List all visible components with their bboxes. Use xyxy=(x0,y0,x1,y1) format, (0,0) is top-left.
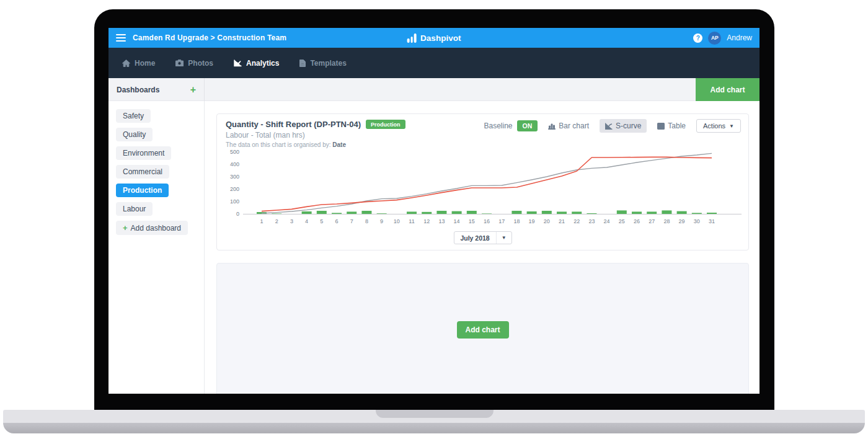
svg-text:25: 25 xyxy=(619,218,625,224)
laptop-base-bottom xyxy=(3,423,865,433)
s-curve-icon xyxy=(605,123,613,130)
svg-text:29: 29 xyxy=(679,218,685,224)
svg-text:100: 100 xyxy=(230,198,239,205)
help-icon[interactable]: ? xyxy=(693,33,702,43)
sidebar-header: Dashboards + xyxy=(108,78,205,101)
svg-text:28: 28 xyxy=(663,218,670,224)
svg-text:300: 300 xyxy=(230,174,239,180)
hamburger-menu-icon[interactable] xyxy=(116,34,126,42)
s-curve-chart: 0100200300400500123456789101112131415161… xyxy=(221,148,745,229)
svg-text:31: 31 xyxy=(709,218,715,224)
table-view-button[interactable]: Table xyxy=(655,119,688,133)
dashboards-sidebar: Safety Quality Environment Commercial Pr… xyxy=(108,101,205,394)
camera-icon xyxy=(175,60,184,66)
plus-icon: + xyxy=(123,223,128,232)
sidebar-item-production[interactable]: Production xyxy=(116,184,169,197)
sidebar-item-safety[interactable]: Safety xyxy=(116,109,151,123)
svg-text:18: 18 xyxy=(513,218,520,224)
svg-text:8: 8 xyxy=(365,218,368,224)
tab-templates[interactable]: Templates xyxy=(299,59,346,68)
topbar-right: ? AP Andrew xyxy=(693,32,752,45)
svg-text:3: 3 xyxy=(290,218,293,224)
laptop-mockup: Camden Rd Upgrade > Construction Team Da… xyxy=(0,0,868,434)
svg-text:12: 12 xyxy=(423,218,430,224)
status-badge: Production xyxy=(366,120,405,129)
brand-name: Dashpivot xyxy=(420,33,461,43)
period-caret-box: ▼ xyxy=(496,232,512,244)
sidebar-title: Dashboards xyxy=(117,86,159,94)
s-curve-view-button[interactable]: S-curve xyxy=(600,119,647,133)
svg-text:17: 17 xyxy=(498,218,505,224)
add-dashboard-plus-icon[interactable]: + xyxy=(190,85,196,95)
period-label: July 2018 xyxy=(454,234,495,242)
organised-by-value: Date xyxy=(332,141,346,148)
avatar[interactable]: AP xyxy=(708,32,721,45)
chart-title: Quantity - Shift Report (DP-PTN-04) xyxy=(226,120,361,129)
baseline-on-button[interactable]: ON xyxy=(517,120,538,131)
add-dashboard-button[interactable]: +Add dashboard xyxy=(116,221,188,235)
laptop-notch xyxy=(376,410,494,418)
svg-text:9: 9 xyxy=(380,218,383,224)
chevron-down-icon: ▼ xyxy=(502,235,507,241)
user-name[interactable]: Andrew xyxy=(727,33,752,42)
organised-by-note: The data on this chart is organised by: … xyxy=(226,141,346,148)
svg-text:15: 15 xyxy=(469,218,475,224)
bar-chart-view-button[interactable]: Bar chart xyxy=(546,119,591,133)
svg-text:30: 30 xyxy=(694,218,700,224)
svg-text:16: 16 xyxy=(484,218,490,224)
svg-text:22: 22 xyxy=(574,218,580,224)
svg-text:4: 4 xyxy=(305,218,308,224)
chart-controls: Baseline ON Bar chart S-curve Table Acti… xyxy=(484,119,742,133)
baseline-toggle[interactable]: Baseline ON xyxy=(484,120,538,131)
svg-text:26: 26 xyxy=(634,218,640,224)
svg-text:23: 23 xyxy=(588,218,595,224)
svg-text:10: 10 xyxy=(394,218,400,224)
sidebar-item-commercial[interactable]: Commercial xyxy=(116,165,169,179)
app-screen: Camden Rd Upgrade > Construction Team Da… xyxy=(108,28,760,394)
svg-text:24: 24 xyxy=(604,218,610,224)
add-chart-button-empty[interactable]: Add chart xyxy=(456,321,508,339)
tab-home[interactable]: Home xyxy=(122,59,155,68)
svg-text:14: 14 xyxy=(454,218,460,224)
sidebar-item-quality[interactable]: Quality xyxy=(116,128,153,141)
svg-text:21: 21 xyxy=(559,218,565,224)
chart-subtitle: Labour - Total (man hrs) xyxy=(226,131,305,140)
sidebar-item-environment[interactable]: Environment xyxy=(116,146,171,160)
main-nav: Home Photos Analytics Templates xyxy=(108,48,760,78)
svg-text:2: 2 xyxy=(275,218,278,224)
tab-photos[interactable]: Photos xyxy=(175,59,213,68)
svg-text:19: 19 xyxy=(529,218,535,224)
empty-chart-card: Add chart xyxy=(216,263,749,394)
chart-canvas: 0100200300400500123456789101112131415161… xyxy=(221,148,745,229)
svg-text:27: 27 xyxy=(649,218,655,224)
period-select[interactable]: July 2018 ▼ xyxy=(453,231,512,244)
chart-card: Quantity - Shift Report (DP-PTN-04) Prod… xyxy=(216,113,749,250)
svg-text:13: 13 xyxy=(438,218,445,224)
svg-text:7: 7 xyxy=(350,218,353,224)
brand-logo[interactable]: Dashpivot xyxy=(407,28,461,48)
table-icon xyxy=(657,123,665,130)
chevron-down-icon: ▼ xyxy=(729,123,734,129)
tab-analytics[interactable]: Analytics xyxy=(234,59,279,68)
bar-chart-icon xyxy=(548,123,556,130)
topbar: Camden Rd Upgrade > Construction Team Da… xyxy=(108,28,760,48)
breadcrumb[interactable]: Camden Rd Upgrade > Construction Team xyxy=(133,33,286,42)
svg-text:11: 11 xyxy=(409,218,414,224)
chart-card-header: Quantity - Shift Report (DP-PTN-04) Prod… xyxy=(226,120,405,129)
svg-text:500: 500 xyxy=(230,149,239,155)
analytics-chart-icon xyxy=(234,60,242,67)
svg-text:1: 1 xyxy=(260,218,263,224)
actions-dropdown[interactable]: Actions ▼ xyxy=(696,119,741,133)
svg-text:6: 6 xyxy=(335,218,338,224)
add-chart-button[interactable]: Add chart xyxy=(696,78,760,101)
home-icon xyxy=(122,60,130,67)
svg-text:400: 400 xyxy=(230,161,239,167)
svg-text:200: 200 xyxy=(230,186,239,192)
bar-chart-logo-icon xyxy=(407,33,417,43)
svg-text:20: 20 xyxy=(544,218,550,224)
svg-text:5: 5 xyxy=(320,218,323,224)
svg-text:0: 0 xyxy=(236,211,239,217)
toolbar-band xyxy=(108,78,760,101)
document-icon xyxy=(299,60,306,67)
sidebar-item-labour[interactable]: Labour xyxy=(116,202,153,216)
